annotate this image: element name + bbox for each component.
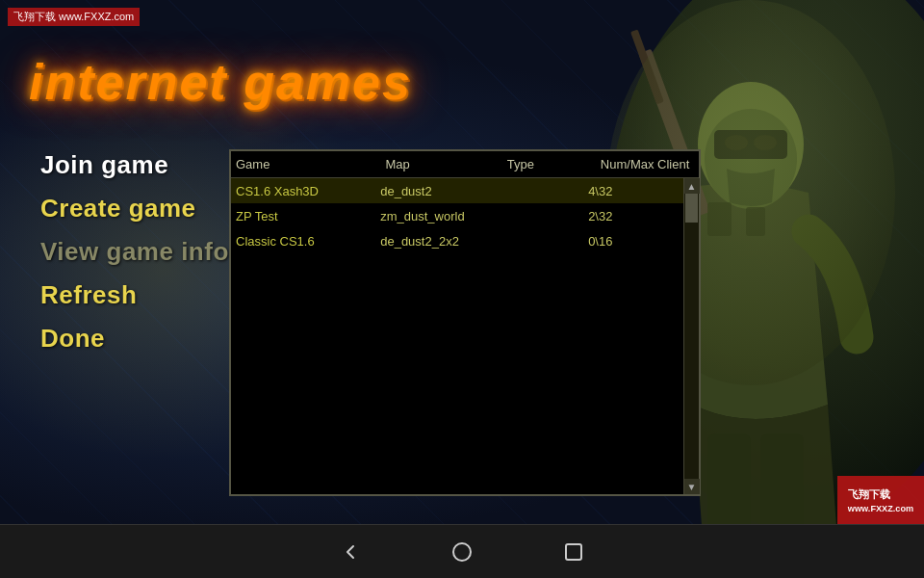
- page-title: internet games: [29, 53, 412, 111]
- menu-item-view-game-info: View game info: [31, 231, 239, 273]
- svg-rect-17: [566, 544, 581, 560]
- svg-point-16: [453, 543, 471, 561]
- game-name-1: CS1.6 Xash3D: [236, 184, 380, 198]
- logo-text: 飞翔下载www.FXXZ.com: [848, 487, 913, 513]
- menu-item-create-game[interactable]: Create game: [31, 188, 239, 229]
- map-name-1: de_dust2: [380, 184, 498, 198]
- col-header-type: Type: [507, 157, 601, 171]
- list-content: CS1.6 Xash3D de_dust2 4\32 ZP Test zm_du…: [231, 178, 683, 494]
- title-area: internet games: [29, 53, 412, 111]
- menu-item-refresh[interactable]: Refresh: [31, 275, 239, 316]
- scroll-track: [684, 194, 699, 479]
- game-row-2[interactable]: ZP Test zm_dust_world 2\32: [231, 203, 683, 228]
- scroll-up-arrow[interactable]: ▲: [684, 178, 700, 194]
- num-val-3: 0\16: [588, 234, 679, 249]
- map-name-3: de_dust2_2x2: [380, 234, 498, 249]
- nav-home-button[interactable]: [445, 535, 479, 569]
- list-with-scroll: CS1.6 Xash3D de_dust2 4\32 ZP Test zm_du…: [231, 178, 699, 494]
- menu-item-done[interactable]: Done: [31, 318, 239, 359]
- scroll-down-arrow[interactable]: ▼: [684, 479, 700, 494]
- col-header-map: Map: [385, 157, 506, 171]
- game-row-3[interactable]: Classic CS1.6 de_dust2_2x2 0\16: [231, 228, 683, 253]
- col-header-nummax: Num/Max Client: [601, 157, 694, 171]
- game-name-3: Classic CS1.6: [236, 234, 380, 249]
- map-name-2: zm_dust_world: [380, 209, 498, 223]
- num-val-2: 2\32: [588, 209, 679, 223]
- nav-recents-button[interactable]: [556, 535, 591, 569]
- game-list-panel: Game Map Type Num/Max Client CS1.6 Xash3…: [229, 149, 701, 496]
- game-name-2: ZP Test: [236, 209, 380, 223]
- nav-bar: [0, 524, 924, 578]
- col-header-game: Game: [236, 157, 385, 171]
- num-val-1: 4\32: [588, 184, 679, 198]
- list-headers: Game Map Type Num/Max Client: [231, 151, 699, 178]
- bottom-right-logo: 飞翔下载www.FXXZ.com: [837, 476, 924, 524]
- game-row-1[interactable]: CS1.6 Xash3D de_dust2 4\32: [231, 178, 683, 203]
- menu-item-join-game[interactable]: Join game: [31, 144, 239, 186]
- watermark: 飞翔下载 www.FXXZ.com: [8, 8, 140, 26]
- list-scrollbar: ▲ ▼: [683, 178, 699, 494]
- nav-back-button[interactable]: [333, 535, 368, 569]
- menu: Join game Create game View game info Ref…: [31, 144, 239, 359]
- scroll-thumb[interactable]: [685, 194, 698, 223]
